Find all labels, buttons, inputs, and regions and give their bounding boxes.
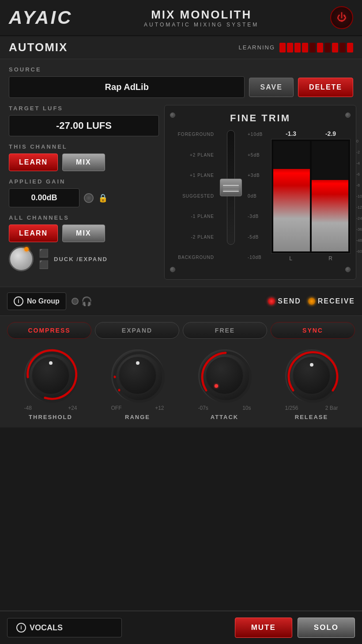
header: AYAIC MIX MONOLITH AUTOMATIC MIXING SYST… <box>0 0 362 36</box>
gain-row: 0.00dB 🔒 <box>9 188 159 207</box>
fine-trim-panel: FINE TRIM FOREGROUND +2 PLANE +1 PLANE S… <box>164 105 356 280</box>
release-knob-group: 1/256 2 Bar RELEASE <box>285 349 338 420</box>
release-knob-inner <box>293 357 331 395</box>
this-channel-section: THIS CHANNEL LEARN MIX <box>9 143 159 171</box>
expand-button[interactable]: EXPAND <box>95 322 179 339</box>
vu-channel-right <box>312 141 348 251</box>
db-label-n10: -10dB <box>248 255 268 260</box>
this-channel-learn-button[interactable]: LEARN <box>9 154 58 171</box>
duck-icon-2: ⬛ <box>39 260 49 270</box>
db-label-10: +10dB <box>248 132 268 137</box>
gain-display: 0.00dB <box>9 188 79 207</box>
release-range-labels: 1/256 2 Bar <box>285 405 338 411</box>
slider-line-3 <box>223 187 239 188</box>
trim-label-n1: -1 PLANE <box>170 214 214 219</box>
screw-tl <box>170 112 175 118</box>
group-send-row: i No Group 🎧 SEND RECEIVE <box>0 287 362 316</box>
solo-button[interactable]: SOLO <box>298 618 355 638</box>
vu-channel-left <box>273 141 310 251</box>
headphone-radio[interactable] <box>72 298 79 305</box>
sync-button[interactable]: SYNC <box>271 322 355 339</box>
product-subtitle: AUTOMATIC MIXING SYSTEM <box>144 22 259 28</box>
release-knob[interactable] <box>285 349 338 402</box>
vu-bar-9 <box>339 43 346 52</box>
mute-button[interactable]: MUTE <box>235 618 292 638</box>
fine-trim-title: FINE TRIM <box>230 112 290 124</box>
left-column: TARGET LUFS -27.00 LUFS THIS CHANNEL LEA… <box>9 105 159 280</box>
fine-trim-content: FOREGROUND +2 PLANE +1 PLANE SUGGESTED -… <box>170 130 351 262</box>
scale-12: -12 <box>356 205 362 210</box>
slider-line-5 <box>223 191 239 192</box>
automix-label: AUTOMIX <box>9 41 68 54</box>
attack-knob-inner <box>206 357 244 395</box>
vu-fill-right <box>312 180 348 252</box>
trim-label-bg: BACKGROUND <box>170 255 214 260</box>
scale-24: -24 <box>356 216 362 221</box>
screw-br <box>345 267 351 272</box>
trim-slider-track[interactable] <box>227 130 235 245</box>
info-letter: i <box>18 298 19 304</box>
threshold-knob[interactable] <box>24 349 77 402</box>
no-group-button[interactable]: i No Group <box>7 292 66 310</box>
footer-channel-button[interactable]: i VOCALS <box>7 618 122 637</box>
trim-level-labels: FOREGROUND +2 PLANE +1 PLANE SUGGESTED -… <box>170 130 214 262</box>
slider-line-2 <box>223 185 239 186</box>
learning-section: LEARNING <box>239 43 353 52</box>
receive-item: RECEIVE <box>308 297 355 305</box>
group-info-icon: i <box>14 296 23 306</box>
scale-0: 0 <box>356 139 362 143</box>
two-col-layout: TARGET LUFS -27.00 LUFS THIS CHANNEL LEA… <box>9 105 353 280</box>
product-title: MIX MONOLITH <box>144 8 259 22</box>
vu-bar-10 <box>347 43 353 52</box>
delete-button[interactable]: DELETE <box>298 78 353 97</box>
power-button[interactable]: ⏻ <box>330 6 353 29</box>
vu-ch-right-label: R <box>328 255 332 262</box>
range-knob[interactable] <box>111 349 164 402</box>
automix-bar: AUTOMIX LEARNING <box>0 36 362 59</box>
vu-bar-5 <box>309 43 316 52</box>
scale-8: -8 <box>356 183 362 187</box>
gain-radio[interactable] <box>84 193 94 203</box>
slider-line-4 <box>223 189 239 190</box>
db-label-n3: -3dB <box>248 214 268 219</box>
send-receive-group: SEND RECEIVE <box>98 297 355 305</box>
threshold-min: -48 <box>24 405 32 411</box>
attack-dot <box>215 384 218 388</box>
free-button[interactable]: FREE <box>183 322 267 339</box>
trim-label-fg: FOREGROUND <box>170 132 214 137</box>
scale-48: -48 <box>356 238 362 243</box>
compress-button[interactable]: COMPRESS <box>7 322 91 339</box>
headphone-icon: 🎧 <box>81 296 92 307</box>
lufs-display[interactable]: -27.00 LUFS <box>9 115 159 136</box>
vu-bar-3 <box>294 43 301 52</box>
attack-min: -07s <box>198 405 208 411</box>
duck-icon-1: ⬛ <box>39 248 49 258</box>
vu-peak-right: -2.9 <box>325 130 336 137</box>
this-channel-mix-button[interactable]: MIX <box>62 154 105 171</box>
threshold-dot <box>49 361 53 365</box>
duck-knob[interactable] <box>9 247 34 271</box>
duck-expand-label: DUCK /EXPAND <box>54 256 108 262</box>
threshold-label: THRESHOLD <box>29 414 72 420</box>
scale-60: -60 <box>356 249 362 254</box>
all-channels-section: ALL CHANNELS LEARN MIX ⬛ ⬛ DUCK /EXPAND <box>9 214 159 271</box>
screw-tr <box>345 112 351 118</box>
panel-screws: FINE TRIM <box>170 111 351 130</box>
send-item: SEND <box>268 297 301 305</box>
trim-label-sug: SUGGESTED <box>170 194 214 198</box>
range-label: RANGE <box>125 414 150 420</box>
all-channels-learn-button[interactable]: LEARN <box>9 225 58 242</box>
threshold-range-labels: -48 +24 <box>24 405 77 411</box>
scale-10: -10 <box>356 194 362 198</box>
mode-row: COMPRESS EXPAND FREE SYNC <box>0 316 362 342</box>
source-input[interactable] <box>9 76 245 98</box>
attack-knob[interactable] <box>198 349 251 402</box>
save-button[interactable]: SAVE <box>249 78 293 97</box>
range-max: +12 <box>155 405 164 411</box>
duck-icons: ⬛ ⬛ <box>39 248 49 270</box>
trim-slider-handle[interactable] <box>220 179 242 196</box>
threshold-max: +24 <box>68 405 77 411</box>
vu-bar-1 <box>279 43 286 52</box>
all-channels-mix-button[interactable]: MIX <box>62 225 105 242</box>
vu-peak-left: -1.3 <box>286 130 296 137</box>
